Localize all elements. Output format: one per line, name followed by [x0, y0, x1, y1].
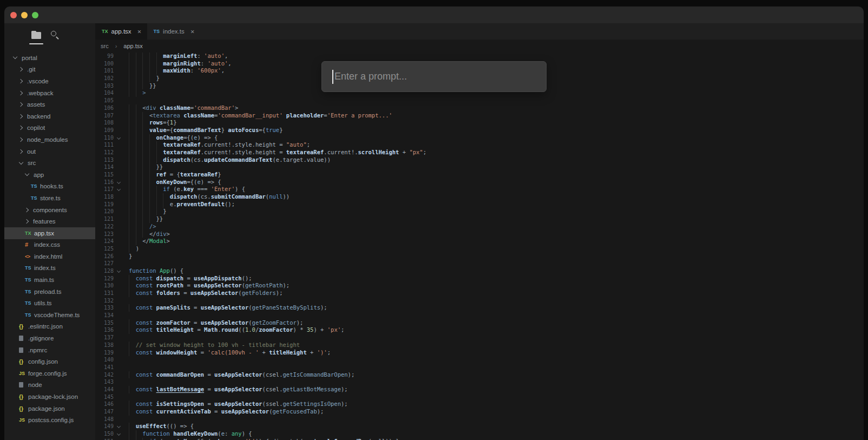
code-text: // set window height to 100 vh - titleba… — [124, 342, 300, 349]
chevron-right-icon: › — [115, 43, 117, 49]
chevron-right-icon — [18, 149, 23, 153]
code-text — [124, 260, 129, 267]
breadcrumb-src[interactable]: src — [101, 43, 109, 49]
line-number: 107 — [95, 112, 114, 120]
fold-chevron-icon[interactable] — [117, 180, 121, 184]
json-file-icon: {} — [19, 405, 28, 412]
code-text: marginRight: 'auto', — [124, 60, 232, 68]
ts-file-icon: TS — [25, 300, 34, 306]
file-label: portal — [22, 55, 37, 61]
tsx-file-icon: TX — [25, 231, 34, 236]
tree-item-.eslintrc.json[interactable]: {}.eslintrc.json — [4, 321, 95, 333]
breadcrumb-file[interactable]: app.tsx — [123, 43, 142, 49]
code-line: 140 — [95, 356, 864, 364]
app-window: portal.git.vscode.webpackassetsbackendco… — [4, 6, 864, 440]
code-line: 105 — [95, 97, 864, 104]
code-text: rows={1} — [124, 119, 177, 127]
tree-item-.git[interactable]: .git — [4, 64, 95, 76]
code-text — [124, 393, 129, 401]
file-label: index.css — [34, 241, 60, 248]
files-explorer-icon[interactable] — [31, 31, 42, 40]
tree-item-index.ts[interactable]: TSindex.ts — [4, 262, 95, 274]
file-label: forge.config.js — [28, 370, 67, 377]
file-label: components — [33, 207, 67, 213]
line-number: 116 — [95, 179, 114, 186]
tree-item-utils.ts[interactable]: TSutils.ts — [4, 297, 95, 309]
tree-item-.gitignore[interactable]: .gitignore — [4, 332, 95, 344]
tree-item-.vscode[interactable]: .vscode — [4, 75, 95, 87]
tree-item-main.ts[interactable]: TSmain.ts — [4, 274, 95, 286]
search-icon[interactable] — [50, 30, 60, 40]
code-text — [124, 312, 129, 319]
line-number: 103 — [95, 82, 114, 90]
code-line: 138// set window height to 100 vh - titl… — [95, 342, 864, 349]
tree-item-app.tsx[interactable]: TXapp.tsx — [4, 227, 95, 239]
fold-chevron-icon[interactable] — [117, 187, 121, 191]
tree-item-vscodeTheme.ts[interactable]: TSvscodeTheme.ts — [4, 309, 95, 321]
titlebar[interactable] — [4, 6, 864, 23]
tree-item-postcss.config.js[interactable]: JSpostcss.config.js — [4, 414, 95, 426]
code-line: 119e.preventDefault(); — [95, 201, 864, 208]
file-label: package-lock.json — [28, 393, 78, 400]
line-number: 117 — [95, 186, 114, 193]
command-bar-input[interactable]: Enter a prompt... — [321, 61, 547, 92]
code-line: 110onChange={(e) => { — [95, 134, 864, 142]
tree-item-portal[interactable]: portal — [4, 52, 95, 64]
tree-item-backend[interactable]: backend — [4, 110, 95, 122]
minimize-window-button[interactable] — [21, 12, 28, 18]
tree-item-config.json[interactable]: {}config.json — [4, 356, 95, 367]
tree-item-.webpack[interactable]: .webpack — [4, 87, 95, 99]
close-window-button[interactable] — [10, 12, 17, 18]
close-icon[interactable]: ✕ — [190, 29, 195, 35]
tree-item-features[interactable]: features — [4, 215, 95, 227]
line-number: 121 — [95, 215, 114, 223]
tab-index.ts[interactable]: TSindex.ts✕ — [147, 23, 200, 40]
fold-chevron-icon[interactable] — [117, 432, 121, 436]
code-text: <div className='commandBar'> — [124, 104, 238, 112]
code-editor[interactable]: 99marginLeft: 'auto',100marginRight: 'au… — [95, 52, 864, 440]
tab-app.tsx[interactable]: TXapp.tsx✕ — [95, 23, 147, 40]
fold-chevron-icon[interactable] — [117, 136, 121, 140]
tree-item-package-lock.json[interactable]: {}package-lock.json — [4, 391, 95, 403]
tree-item-assets[interactable]: assets — [4, 98, 95, 110]
tab-label: app.tsx — [111, 28, 131, 35]
tree-item-index.css[interactable]: #index.css — [4, 239, 95, 251]
tree-item-app[interactable]: app — [4, 169, 95, 181]
tree-item-out[interactable]: out — [4, 146, 95, 157]
chevron-right-icon — [18, 79, 23, 83]
tree-item-store.ts[interactable]: TSstore.ts — [4, 192, 95, 204]
code-line: 122/> — [95, 223, 864, 231]
file-label: .gitignore — [28, 335, 54, 342]
zoom-window-button[interactable] — [32, 12, 38, 18]
chevron-right-icon — [18, 126, 23, 130]
tree-item-.npmrc[interactable]: .npmrc — [4, 344, 95, 356]
code-text: const dispatch = useAppDispatch(); — [124, 275, 252, 283]
tree-item-package.json[interactable]: {}package.json — [4, 403, 95, 415]
tree-item-src[interactable]: src — [4, 157, 95, 169]
tree-item-components[interactable]: components — [4, 204, 95, 216]
code-text: }} — [124, 163, 163, 171]
code-line: 128function App() { — [95, 267, 864, 275]
close-icon[interactable]: ✕ — [137, 29, 142, 35]
tree-item-node[interactable]: node — [4, 379, 95, 391]
tree-item-preload.ts[interactable]: TSpreload.ts — [4, 286, 95, 298]
code-line: 147const currentActiveTab = useAppSelect… — [95, 408, 864, 416]
code-text: const currentActiveTab = useAppSelector(… — [124, 408, 324, 416]
tree-item-copilot[interactable]: copilot — [4, 122, 95, 134]
code-text: const isSettingsOpen = useAppSelector(ss… — [124, 400, 348, 408]
code-text: }} — [124, 82, 156, 90]
line-number: 106 — [95, 104, 114, 112]
tree-item-forge.config.js[interactable]: JSforge.config.js — [4, 367, 95, 379]
ts-file-icon: TS — [31, 183, 40, 189]
code-text: dispatch(cs.updateCommandBarText(e.targe… — [124, 156, 331, 164]
fold-chevron-icon[interactable] — [117, 424, 121, 428]
code-text — [124, 97, 129, 104]
tree-item-node_modules[interactable]: node_modules — [4, 134, 95, 146]
tree-item-hooks.ts[interactable]: TShooks.ts — [4, 181, 95, 193]
tree-item-index.html[interactable]: <>index.html — [4, 251, 95, 262]
file-label: .webpack — [27, 90, 54, 96]
line-number: 110 — [95, 134, 114, 142]
file-label: hooks.ts — [40, 183, 63, 189]
code-text: if (e.metaKey && (e.key === 'k')) { disp… — [124, 438, 399, 440]
fold-chevron-icon[interactable] — [117, 269, 121, 273]
